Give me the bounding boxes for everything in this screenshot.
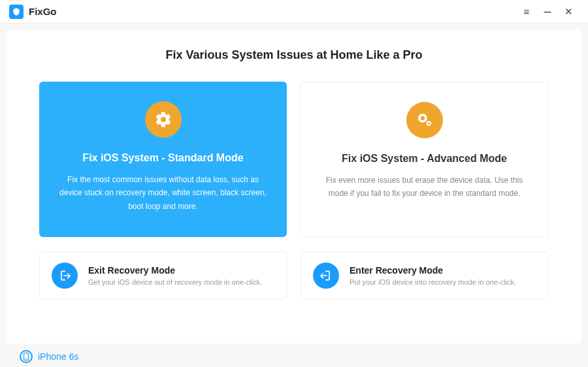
exit-icon	[52, 263, 78, 289]
page-title: Fix Various System Issues at Home Like a…	[39, 48, 549, 62]
standard-mode-card[interactable]: Fix iOS System - Standard Mode Fix the m…	[39, 82, 287, 237]
titlebar: FixGo ≡ – ✕	[0, 0, 588, 24]
enter-icon	[313, 263, 339, 289]
enter-recovery-tile[interactable]: Enter Recovery Mode Put your iOS device …	[301, 251, 549, 300]
app-name: FixGo	[29, 6, 57, 17]
advanced-mode-title: Fix iOS System - Advanced Mode	[320, 153, 529, 165]
minimize-button[interactable]: –	[537, 4, 558, 19]
main-panel: Fix Various System Issues at Home Like a…	[7, 30, 581, 343]
exit-recovery-tile[interactable]: Exit Recovery Mode Get your iOS device o…	[39, 251, 287, 300]
app-logo-icon	[9, 5, 24, 19]
enter-recovery-desc: Put your iOS device into recovery mode i…	[350, 278, 536, 286]
exit-recovery-title: Exit Recovery Mode	[88, 265, 275, 276]
svg-point-1	[427, 123, 429, 125]
standard-mode-desc: Fix the most common issues without data …	[59, 173, 267, 213]
enter-recovery-title: Enter Recovery Mode	[350, 265, 536, 276]
svg-point-3	[25, 359, 27, 360]
gear-icon	[145, 101, 182, 138]
device-name: iPhone 6s	[38, 351, 78, 362]
menu-icon[interactable]: ≡	[516, 6, 537, 17]
footer-device: iPhone 6s	[7, 343, 581, 363]
standard-mode-title: Fix iOS System - Standard Mode	[59, 152, 267, 164]
phone-icon	[20, 350, 33, 363]
close-button[interactable]: ✕	[558, 6, 579, 18]
advanced-mode-card[interactable]: Fix iOS System - Advanced Mode Fix even …	[300, 82, 549, 237]
advanced-mode-desc: Fix even more issues but erase the devic…	[320, 174, 529, 200]
gears-icon	[406, 102, 443, 138]
exit-recovery-desc: Get your iOS device out of recovery mode…	[88, 278, 275, 286]
